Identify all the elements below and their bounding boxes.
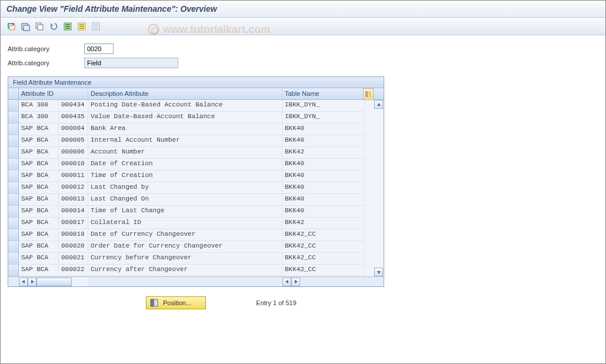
cell-attr1[interactable]: SAP BCA bbox=[19, 147, 59, 159]
cell-table[interactable]: IBKK_DYN_ bbox=[282, 112, 365, 123]
undo-change-icon[interactable] bbox=[48, 21, 59, 32]
cell-attr1[interactable]: SAP BCA bbox=[19, 206, 59, 218]
cell-attr1[interactable]: BCA 300 bbox=[19, 100, 59, 112]
table-row[interactable]: SAP BCA000012Last Changed byBKK40 bbox=[8, 182, 384, 194]
deselect-all-icon[interactable] bbox=[90, 21, 102, 32]
cell-attr1[interactable]: SAP BCA bbox=[19, 253, 59, 265]
table-row[interactable]: SAP BCA000020Order Date for Currency Cha… bbox=[8, 241, 384, 253]
cell-desc[interactable]: Last Changed On bbox=[88, 194, 282, 206]
cell-table[interactable]: BKK40 bbox=[282, 194, 365, 206]
attrib-category-code-input[interactable] bbox=[84, 44, 114, 54]
cell-desc[interactable]: Date of Creation bbox=[88, 159, 282, 171]
cell-attr2[interactable]: 000005 bbox=[59, 135, 88, 147]
row-handle[interactable] bbox=[8, 218, 19, 229]
hscroll-thumb-a[interactable] bbox=[36, 278, 72, 286]
table-row[interactable]: SAP BCA000022Currency after ChangeoverBK… bbox=[8, 265, 384, 276]
row-handle[interactable] bbox=[8, 112, 19, 123]
cell-attr2[interactable]: 000435 bbox=[59, 112, 88, 123]
cell-table[interactable]: IBKK_DYN_ bbox=[282, 100, 365, 112]
row-handle-header[interactable] bbox=[8, 88, 19, 99]
cell-table[interactable]: BKK42_CC bbox=[282, 229, 365, 241]
table-row[interactable]: SAP BCA000004Bank AreaBKK40 bbox=[8, 123, 384, 135]
cell-table[interactable]: BKK40 bbox=[282, 171, 365, 182]
cell-attr1[interactable]: SAP BCA bbox=[19, 159, 59, 171]
row-handle[interactable] bbox=[8, 171, 19, 182]
cell-attr1[interactable]: SAP BCA bbox=[19, 218, 59, 229]
table-row[interactable]: SAP BCA000014Time of Last ChangeBKK40 bbox=[8, 206, 384, 218]
new-entries-icon[interactable] bbox=[19, 21, 31, 32]
outer-scroll-up-icon[interactable] bbox=[374, 100, 383, 109]
cell-desc[interactable]: Internal Account Number bbox=[88, 135, 282, 147]
row-handle[interactable] bbox=[8, 194, 19, 206]
cell-desc[interactable]: Posting Date-Based Account Balance bbox=[88, 100, 282, 112]
row-handle[interactable] bbox=[8, 229, 19, 241]
col-attribute-id[interactable]: Attribute ID bbox=[19, 88, 88, 99]
cell-desc[interactable]: Order Date for Currency Changeover bbox=[88, 241, 282, 253]
row-handle[interactable] bbox=[8, 265, 19, 276]
hscroll-left-b-icon[interactable] bbox=[282, 278, 291, 286]
cell-table[interactable]: BKK40 bbox=[282, 206, 365, 218]
row-handle[interactable] bbox=[8, 123, 19, 135]
cell-attr2[interactable]: 000021 bbox=[59, 253, 88, 265]
table-row[interactable]: SAP BCA000021Currency before ChangeoverB… bbox=[8, 253, 384, 265]
cell-desc[interactable]: Value Date-Based Account Balance bbox=[88, 112, 282, 123]
cell-attr2[interactable]: 000013 bbox=[59, 194, 88, 206]
table-row[interactable]: SAP BCA000013Last Changed OnBKK40 bbox=[8, 194, 384, 206]
cell-attr2[interactable]: 000014 bbox=[59, 206, 88, 218]
col-table-name[interactable]: Table Name bbox=[282, 88, 365, 99]
table-row[interactable]: SAP BCA000005Internal Account NumberBKK4… bbox=[8, 135, 384, 147]
row-handle[interactable] bbox=[8, 206, 19, 218]
cell-attr1[interactable]: SAP BCA bbox=[19, 241, 59, 253]
row-handle[interactable] bbox=[8, 253, 19, 265]
cell-desc[interactable]: Last Changed by bbox=[88, 182, 282, 194]
col-description[interactable]: Description Attribute bbox=[88, 88, 282, 99]
cell-desc[interactable]: Time of Creation bbox=[88, 171, 282, 182]
cell-attr1[interactable]: SAP BCA bbox=[19, 229, 59, 241]
cell-desc[interactable]: Account Number bbox=[88, 147, 282, 159]
cell-desc[interactable]: Time of Last Change bbox=[88, 206, 282, 218]
row-handle[interactable] bbox=[8, 182, 19, 194]
cell-table[interactable]: BKK40 bbox=[282, 159, 365, 171]
cell-attr1[interactable]: SAP BCA bbox=[19, 135, 59, 147]
cell-desc[interactable]: Currency before Changeover bbox=[88, 253, 282, 265]
cell-attr2[interactable]: 000012 bbox=[59, 182, 88, 194]
cell-desc[interactable]: Bank Area bbox=[88, 123, 282, 135]
cell-attr2[interactable]: 000022 bbox=[59, 265, 88, 276]
cell-attr2[interactable]: 000004 bbox=[59, 123, 88, 135]
table-row[interactable]: SAP BCA000011Time of CreationBKK40 bbox=[8, 171, 384, 182]
hscroll-right-b-icon[interactable] bbox=[291, 278, 300, 286]
cell-desc[interactable]: Currency after Changeover bbox=[88, 265, 282, 276]
cell-attr1[interactable]: SAP BCA bbox=[19, 171, 59, 182]
table-row[interactable]: SAP BCA000019Date of Currency Changeover… bbox=[8, 229, 384, 241]
cell-attr1[interactable]: SAP BCA bbox=[19, 182, 59, 194]
cell-attr1[interactable]: SAP BCA bbox=[19, 265, 59, 276]
cell-attr1[interactable]: SAP BCA bbox=[19, 194, 59, 206]
table-row[interactable]: BCA 300000435Value Date-Based Account Ba… bbox=[8, 112, 384, 123]
cell-attr2[interactable]: 000434 bbox=[59, 100, 88, 112]
cell-table[interactable]: BKK42 bbox=[282, 218, 365, 229]
cell-table[interactable]: BKK42_CC bbox=[282, 265, 365, 276]
select-all-icon[interactable] bbox=[62, 21, 74, 32]
cell-desc[interactable]: Collateral ID bbox=[88, 218, 282, 229]
hscroll-right-a-icon[interactable] bbox=[28, 278, 36, 286]
cell-attr2[interactable]: 000010 bbox=[59, 159, 88, 171]
cell-attr1[interactable]: SAP BCA bbox=[19, 123, 59, 135]
row-handle[interactable] bbox=[8, 147, 19, 159]
table-settings-icon[interactable] bbox=[363, 88, 374, 100]
cell-table[interactable]: BKK40 bbox=[282, 135, 365, 147]
cell-attr2[interactable]: 000006 bbox=[59, 147, 88, 159]
table-row[interactable]: SAP BCA000010Date of CreationBKK40 bbox=[8, 159, 384, 171]
table-row[interactable]: SAP BCA000006Account NumberBKK42 bbox=[8, 147, 384, 159]
cell-attr1[interactable]: BCA 300 bbox=[19, 112, 59, 123]
row-handle[interactable] bbox=[8, 159, 19, 171]
toggle-display-icon[interactable] bbox=[5, 21, 17, 32]
cell-table[interactable]: BKK42 bbox=[282, 147, 365, 159]
copy-as-icon[interactable] bbox=[34, 21, 45, 32]
cell-table[interactable]: BKK42_CC bbox=[282, 253, 365, 265]
outer-scroll-down-icon[interactable] bbox=[374, 268, 383, 276]
table-row[interactable]: BCA 300000434Posting Date-Based Account … bbox=[8, 100, 384, 112]
row-handle[interactable] bbox=[8, 241, 19, 253]
hscroll-left-a-icon[interactable] bbox=[19, 278, 28, 286]
hscroll-track-a[interactable] bbox=[36, 278, 88, 286]
cell-attr2[interactable]: 000019 bbox=[59, 229, 88, 241]
